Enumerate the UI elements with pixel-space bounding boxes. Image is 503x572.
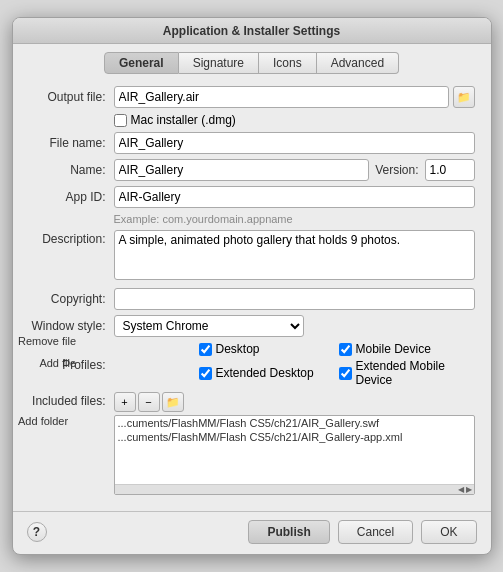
remove-file-icon: −	[145, 396, 151, 408]
included-label-row: Included files: + − 📁	[29, 392, 475, 495]
add-folder-icon: 📁	[166, 396, 180, 409]
output-file-input[interactable]	[114, 86, 449, 108]
mac-installer-label: Mac installer (.dmg)	[131, 113, 236, 127]
remove-file-annotation: Remove file	[18, 330, 76, 352]
file-name-input[interactable]	[114, 132, 475, 154]
included-files-content: + − 📁 ...cuments/FlashMM/Flash CS5/ch21/…	[114, 392, 475, 495]
profile-desktop-label: Desktop	[216, 342, 260, 356]
profile-extended-mobile: Extended Mobile Device	[339, 359, 475, 387]
app-id-field	[114, 186, 475, 208]
add-file-button[interactable]: +	[114, 392, 136, 412]
window-style-field: System Chrome Custom Chrome (opaque) Cus…	[114, 315, 475, 337]
app-id-row: App ID:	[29, 186, 475, 208]
scroll-right-icon[interactable]: ▶	[466, 485, 472, 494]
profile-desktop-checkbox[interactable]	[199, 343, 212, 356]
file-item-1: ...cuments/FlashMM/Flash CS5/ch21/AIR_Ga…	[115, 416, 474, 430]
file-name-field	[114, 132, 475, 154]
horizontal-scrollbar[interactable]: ◀ ▶	[115, 484, 474, 494]
footer-buttons: Publish Cancel OK	[248, 520, 476, 544]
footer: ? Publish Cancel OK	[13, 511, 491, 554]
profile-extended-desktop-checkbox[interactable]	[199, 367, 212, 380]
copyright-row: Copyright:	[29, 288, 475, 310]
tab-icons[interactable]: Icons	[259, 52, 317, 74]
app-id-input[interactable]	[114, 186, 475, 208]
add-folder-button[interactable]: 📁	[162, 392, 184, 412]
output-file-row: Output file: 📁	[29, 86, 475, 108]
add-folder-annotation: Add folder	[18, 415, 68, 427]
profiles-grid: Desktop Mobile Device Extended Desktop E…	[199, 342, 475, 387]
ok-button[interactable]: OK	[421, 520, 476, 544]
profile-extended-desktop: Extended Desktop	[199, 359, 335, 387]
profiles-row: Profiles: Desktop Mobile Device Extended…	[29, 342, 475, 387]
profile-desktop: Desktop	[199, 342, 335, 356]
output-file-field: 📁	[114, 86, 475, 108]
file-name-label: File name:	[29, 136, 114, 150]
mac-installer-row: Mac installer (.dmg)	[114, 113, 475, 127]
tab-signature[interactable]: Signature	[179, 52, 259, 74]
mac-installer-checkbox[interactable]	[114, 114, 127, 127]
remove-file-button[interactable]: −	[138, 392, 160, 412]
included-files-section: Included files: + − 📁	[29, 392, 475, 495]
description-field: A simple, animated photo gallery that ho…	[114, 230, 475, 283]
name-label: Name:	[29, 163, 114, 177]
app-id-label: App ID:	[29, 190, 114, 204]
folder-icon: 📁	[457, 91, 471, 104]
profile-mobile-checkbox[interactable]	[339, 343, 352, 356]
publish-button[interactable]: Publish	[248, 520, 329, 544]
files-list: ...cuments/FlashMM/Flash CS5/ch21/AIR_Ga…	[114, 415, 475, 495]
version-label: Version:	[375, 163, 418, 177]
dialog-title: Application & Installer Settings	[13, 18, 491, 44]
description-label: Description:	[29, 230, 114, 246]
included-toolbar: + − 📁	[114, 392, 475, 412]
add-file-annotation: Add file	[18, 352, 76, 374]
add-file-icon: +	[121, 396, 127, 408]
copyright-input[interactable]	[114, 288, 475, 310]
profile-mobile: Mobile Device	[339, 342, 475, 356]
window-style-row: Window style: System Chrome Custom Chrom…	[29, 315, 475, 337]
app-id-hint: Example: com.yourdomain.appname	[114, 213, 475, 225]
window-style-select[interactable]: System Chrome Custom Chrome (opaque) Cus…	[114, 315, 304, 337]
file-item-2: ...cuments/FlashMM/Flash CS5/ch21/AIR_Ga…	[115, 430, 474, 444]
tab-advanced[interactable]: Advanced	[317, 52, 399, 74]
file-name-row: File name:	[29, 132, 475, 154]
description-textarea[interactable]: A simple, animated photo gallery that ho…	[114, 230, 475, 280]
cancel-button[interactable]: Cancel	[338, 520, 413, 544]
help-button[interactable]: ?	[27, 522, 47, 542]
name-version-row: Name: Version:	[29, 159, 475, 181]
dialog: Application & Installer Settings General…	[12, 17, 492, 555]
copyright-field	[114, 288, 475, 310]
output-file-label: Output file:	[29, 90, 114, 104]
included-files-label: Included files:	[29, 392, 114, 408]
form-content: Output file: 📁 Mac installer (.dmg) F	[13, 78, 491, 507]
name-input[interactable]	[114, 159, 370, 181]
copyright-label: Copyright:	[29, 292, 114, 306]
description-row: Description: A simple, animated photo ga…	[29, 230, 475, 283]
version-input[interactable]	[425, 159, 475, 181]
name-version-field: Version:	[114, 159, 475, 181]
profile-extended-desktop-label: Extended Desktop	[216, 366, 314, 380]
tab-general[interactable]: General	[104, 52, 179, 74]
profile-mobile-label: Mobile Device	[356, 342, 431, 356]
profile-extended-mobile-checkbox[interactable]	[339, 367, 352, 380]
scroll-left-icon[interactable]: ◀	[458, 485, 464, 494]
browse-file-button[interactable]: 📁	[453, 86, 475, 108]
profile-extended-mobile-label: Extended Mobile Device	[356, 359, 475, 387]
tab-bar: General Signature Icons Advanced	[13, 44, 491, 78]
